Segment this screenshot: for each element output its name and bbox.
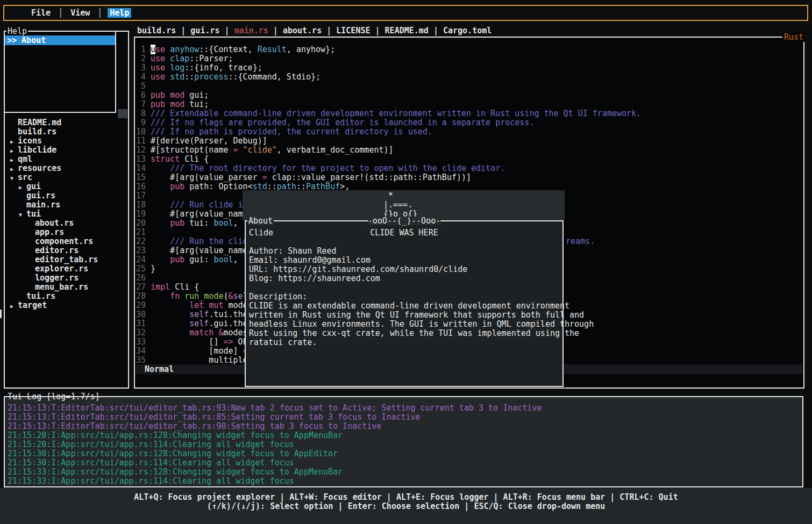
popup-row <box>249 238 562 247</box>
tab-license[interactable]: LICENSE <box>336 26 370 35</box>
menu-item-file[interactable]: File <box>29 8 53 18</box>
code-segment <box>151 182 170 191</box>
code-segment: ::{Command, Stdio}; <box>229 72 321 82</box>
tree-item-logger-rs[interactable]: logger.rs <box>5 274 128 283</box>
tab-build-rs[interactable]: build.rs <box>137 26 176 35</box>
tree-item-resources[interactable]: ▶resources <box>5 164 128 173</box>
tree-indent <box>27 256 35 265</box>
menu-item-help[interactable]: Help <box>108 8 131 18</box>
popup-tagline: CLIDE WAS HERE <box>249 228 559 238</box>
chevron-down-icon: ▼ <box>19 210 26 219</box>
editor-tab-bar: build.rs | gui.rs | main.rs | about.rs |… <box>137 26 492 35</box>
code-segment: & <box>229 291 233 301</box>
clide-tui-app: File│View│Help build.rs | gui.rs | main.… <box>0 0 812 524</box>
code-segment: Cli { <box>180 154 209 164</box>
tab-separator: | <box>268 26 283 35</box>
code-segment <box>165 54 170 63</box>
tree-scrollbar-thumb[interactable] <box>0 310 2 318</box>
popup-row: ratatui crate. <box>249 338 562 347</box>
code-line: 9/// If no flags are provided, the GUI e… <box>136 118 641 127</box>
tab-separator: | <box>220 26 234 35</box>
line-number: 5 <box>136 82 146 91</box>
log-entry: 21:15:20:I:App:src/tui/app.rs:114:Cleari… <box>8 440 802 449</box>
tab-gui-rs[interactable]: gui.rs <box>190 26 219 35</box>
code-segment: pub <box>151 90 165 100</box>
tree-item-readme-md[interactable]: README.md <box>5 118 128 127</box>
popup-row: Email: shaunrd0@gmail.com <box>249 256 562 265</box>
code-segment: ( <box>223 291 228 301</box>
code-segment <box>165 90 170 100</box>
tree-item-label: gui <box>26 182 41 191</box>
tree-item-component-rs[interactable]: component.rs <box>5 237 128 246</box>
tab-about-rs[interactable]: about.rs <box>283 26 322 35</box>
code-line: 11#[derive(Parser, Debug)] <box>136 137 641 146</box>
tab-main-rs[interactable]: main.rs <box>234 26 268 35</box>
tree-indent <box>27 238 35 247</box>
code-segment <box>165 63 170 73</box>
keybind-line-2: (↑/k)/(↓/j): Select option | Enter: Choo… <box>0 502 812 511</box>
tree-item-qml[interactable]: ▶qml <box>5 155 128 164</box>
tree-item-gui-rs[interactable]: gui.rs <box>5 191 128 200</box>
code-segment: pub <box>170 255 184 264</box>
help-dropdown-panel: Help >> About <box>4 31 116 113</box>
line-number: 23 <box>136 246 146 255</box>
code-segment: fn <box>170 291 180 301</box>
line-number: 4 <box>136 73 146 82</box>
tree-item-label: src <box>18 173 32 182</box>
line-number: 28 <box>136 292 146 301</box>
code-segment: #[arg(value_name <box>151 246 253 255</box>
chevron-right-icon: ▶ <box>10 155 18 164</box>
tree-item-explorer-rs[interactable]: explorer.rs <box>5 264 128 274</box>
popup-row: headless Linux environments. The GUI is … <box>249 320 562 329</box>
tree-indent <box>27 265 35 274</box>
code-segment <box>151 328 189 338</box>
code-segment: = <box>233 145 238 155</box>
line-number: 17 <box>136 191 146 200</box>
log-entry: 21:15:13:T:EditorTab:src/tui/editor_tab.… <box>8 422 802 431</box>
tree-item-editor-tab-rs[interactable]: editor_tab.rs <box>5 255 128 264</box>
code-segment: "clide" <box>243 145 277 155</box>
keybind-help-bar: ALT+Q: Focus project explorer | ALT+W: F… <box>0 488 812 524</box>
code-segment: #[derive(Parser, Debug)] <box>151 136 267 146</box>
log-panel: Tui Log [log=1.7/s] 21:15:13:T:EditorTab… <box>4 396 803 487</box>
menu-item-view[interactable]: View <box>68 8 92 18</box>
code-segment: mod <box>170 90 184 100</box>
tab-cargo-toml[interactable]: Cargo.toml <box>443 26 492 35</box>
help-scrollbar-thumb[interactable] <box>118 109 127 118</box>
tree-item-libclide[interactable]: ▶libclide <box>5 146 128 155</box>
log-entry: 21:15:33:I:App:src/tui/app.rs:128:Changi… <box>8 468 802 477</box>
tree-item-gui[interactable]: ▶gui <box>5 182 128 191</box>
tree-item-label: tui <box>26 209 41 219</box>
tree-item-label: main.rs <box>26 200 60 210</box>
help-menu-item-about[interactable]: >> About <box>5 35 115 45</box>
tree-item-app-rs[interactable]: app.rs <box>5 228 128 237</box>
tree-item-main-rs[interactable]: main.rs <box>5 200 128 210</box>
code-segment: ::Parser; <box>189 54 233 63</box>
code-segment: , anyhow}; <box>287 45 335 54</box>
chevron-right-icon: ▶ <box>19 183 26 192</box>
tree-item-build-rs[interactable]: build.rs <box>5 127 128 137</box>
tree-item-about-rs[interactable]: about.rs <box>5 219 128 228</box>
code-segment: mut <box>209 300 223 310</box>
tree-item-target[interactable]: ▶target <box>5 301 128 310</box>
tree-item-src[interactable]: ▼src <box>5 173 128 182</box>
code-segment: ::{Context, <box>199 45 257 54</box>
code-segment: /// Extendable command-line driven devel… <box>151 109 641 118</box>
tree-item-label: explorer.rs <box>35 264 88 274</box>
tree-item-menu-bar-rs[interactable]: menu_bar.rs <box>5 283 128 292</box>
code-segment <box>151 218 170 228</box>
code-line: 2use clap::Parser; <box>136 54 641 63</box>
tree-item-tui-rs[interactable]: tui.rs <box>5 292 128 301</box>
tree-item-icons[interactable]: ▶icons <box>5 137 128 146</box>
tree-item-label: README.md <box>18 118 61 127</box>
tree-item-editor-rs[interactable]: editor.rs <box>5 246 128 255</box>
tab-readme-md[interactable]: README.md <box>385 26 429 35</box>
code-segment: /// If no flags are provided, the GUI ed… <box>151 118 534 127</box>
chevron-right-icon: ▶ <box>10 137 18 146</box>
code-segment: pub <box>151 99 165 109</box>
tree-item-tui[interactable]: ▼tui <box>5 210 128 219</box>
log-entry: 21:15:30:I:App:src/tui/app.rs:114:Cleari… <box>8 458 802 468</box>
tree-item-label: tui.rs <box>26 291 55 301</box>
line-number: 31 <box>136 319 146 328</box>
tree-indent <box>19 201 26 210</box>
